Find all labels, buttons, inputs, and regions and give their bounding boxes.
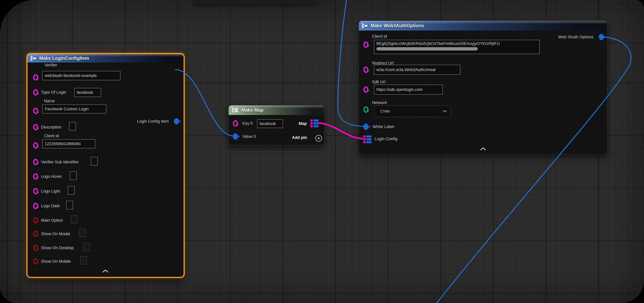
pin-logo-dark[interactable] [33, 203, 38, 209]
pin-redirect-url[interactable] [363, 66, 368, 73]
type-of-login-input[interactable]: facebook [74, 88, 101, 97]
pin-network[interactable] [363, 106, 368, 113]
add-pin-button[interactable]: + [316, 135, 322, 142]
pin-label-logo-dark: Logo Dark [41, 204, 60, 208]
show-on-modal-checkbox[interactable] [79, 229, 86, 237]
output-label-map: Map [299, 121, 307, 126]
pin-label-type-of-login: Type Of Login [41, 90, 66, 95]
logo-light-input[interactable] [68, 186, 75, 195]
make-map-icon [231, 107, 239, 113]
logo-hover-input[interactable] [70, 171, 77, 180]
node-title: Make Web3AuthOptions [370, 23, 424, 28]
client-id-input[interactable]: 1222658941886084 [42, 139, 95, 148]
pin-label-show-on-modal: Show On Modal [41, 232, 70, 236]
output-pin-login-config-item[interactable] [174, 118, 179, 124]
pin-login-config[interactable] [363, 136, 372, 143]
output-label-web3auth-options: Web 3Auth Options [541, 35, 593, 40]
main-option-checkbox[interactable] [71, 215, 78, 224]
pin-label-logo-hover: Logo Hover [41, 174, 62, 179]
pin-label-value-0: Value 0 [242, 134, 256, 139]
pin-label-main-option: Main Option [41, 218, 63, 223]
offscreen-node-bottom[interactable] [193, 0, 316, 4]
pin-show-on-modal[interactable] [33, 231, 38, 237]
pin-label-key-0: Key 0 [242, 121, 253, 126]
show-on-mobile-checkbox[interactable] [80, 256, 87, 264]
blueprint-editor: Make LoginConfigItem Login Config Item V… [0, 0, 644, 303]
pin-description[interactable] [33, 124, 38, 130]
pin-client-id[interactable] [33, 142, 38, 149]
pin-label-verifier-sub-identifier: Verifier Sub Identifier [41, 160, 79, 164]
make-struct-icon [362, 23, 368, 28]
pin-label-show-on-desktop: Show On Desktop [41, 246, 74, 250]
collapse-chevron-icon[interactable] [102, 269, 108, 273]
pin-label-logo-light: Logo Light [41, 189, 60, 194]
pin-logo-light[interactable] [33, 188, 38, 194]
make-struct-icon [30, 56, 37, 61]
pin-verifier-sub-identifier[interactable] [33, 159, 38, 165]
sdk-url-input[interactable]: https://sdk.openlogin.com [374, 84, 443, 94]
client-id-input[interactable]: BEglQSgt4cUWcj6SKRdu5QkOXTsePmMcusG5EAoy… [374, 40, 540, 54]
pin-label-description: Description [41, 125, 61, 130]
pin-label-client-id: Client Id [44, 134, 59, 138]
pin-show-on-desktop[interactable] [33, 245, 38, 251]
verifier-sub-identifier-input[interactable] [91, 157, 98, 166]
output-pin-map[interactable] [310, 120, 318, 127]
verifier-input[interactable]: web3auth-facebook-example [42, 71, 120, 80]
node-title: Make LoginConfigItem [39, 56, 89, 61]
key-0-input[interactable]: facebook [257, 119, 283, 128]
network-dropdown[interactable]: CYAN [374, 106, 451, 117]
textbox-hscrollbar[interactable] [376, 47, 478, 50]
pin-label-show-on-mobile: Show On Mobile [41, 259, 71, 264]
chevron-down-icon [442, 110, 447, 114]
node-make-loginconfigitem[interactable]: Make LoginConfigItem Login Config Item V… [26, 53, 185, 278]
pin-label-name: Name [44, 99, 55, 104]
name-input[interactable]: Facebook Custom Login [42, 104, 106, 114]
pin-key-0[interactable] [233, 120, 238, 126]
output-label-login-config-item: Login Config Item [124, 119, 169, 124]
pin-label-network: Network [372, 100, 387, 105]
pin-type-of-login[interactable] [33, 89, 38, 96]
node-make-web3authoptions[interactable]: Make Web3AuthOptions Web 3Auth Options C… [358, 20, 608, 155]
node-make-map[interactable]: Make Map Key 0 facebook Map Value 0 Add … [228, 105, 324, 145]
pin-client-id[interactable] [363, 42, 368, 48]
add-pin-label[interactable]: Add pin [292, 135, 307, 140]
pin-label-white-label: White Label [373, 124, 394, 129]
pin-label-login-config: Login Config [374, 136, 398, 141]
pin-label-sdk-url: Sdk Url [372, 80, 386, 84]
node-header[interactable]: Make Map [229, 105, 324, 115]
pin-logo-hover[interactable] [33, 173, 38, 180]
pin-verifier[interactable] [33, 74, 38, 80]
node-title: Make Map [241, 108, 264, 113]
pin-show-on-mobile[interactable] [33, 258, 38, 264]
pin-main-option[interactable] [33, 217, 38, 224]
node-header[interactable]: Make Web3AuthOptions [359, 21, 607, 30]
description-input[interactable] [69, 122, 76, 130]
pin-sdk-url[interactable] [363, 86, 368, 93]
collapse-chevron-icon[interactable] [480, 147, 486, 151]
node-header[interactable]: Make LoginConfigItem [28, 54, 184, 62]
redirect-url-input[interactable]: w3a://com.w3a.Web3AuthUnreal [374, 65, 460, 75]
pin-label-verifier: Verifier [44, 63, 57, 68]
show-on-desktop-checkbox[interactable] [83, 243, 90, 251]
logo-dark-input[interactable] [66, 201, 73, 209]
pin-label-client-id: Client Id [372, 34, 387, 39]
pin-name[interactable] [33, 108, 38, 114]
